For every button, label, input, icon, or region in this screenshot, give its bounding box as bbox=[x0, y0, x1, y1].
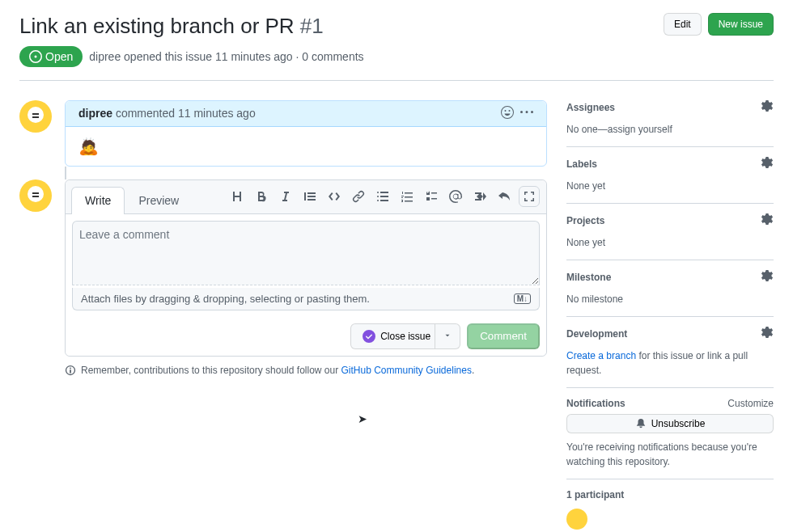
development-title: Development bbox=[566, 328, 627, 340]
comment-time: commented 11 minutes ago bbox=[116, 107, 256, 120]
reply-icon[interactable] bbox=[494, 187, 514, 206]
emoji-reaction-icon[interactable] bbox=[501, 106, 514, 121]
quote-icon[interactable] bbox=[300, 187, 320, 206]
new-issue-button[interactable]: New issue bbox=[708, 13, 774, 36]
issue-open-icon bbox=[29, 50, 42, 63]
link-icon[interactable] bbox=[349, 187, 368, 206]
tab-write[interactable]: Write bbox=[71, 187, 125, 214]
comment-textarea[interactable] bbox=[72, 221, 540, 285]
info-icon bbox=[65, 365, 76, 376]
labels-body: None yet bbox=[566, 179, 774, 193]
assignees-title: Assignees bbox=[566, 102, 615, 113]
unsubscribe-label: Unsubscribe bbox=[651, 418, 706, 429]
projects-body: None yet bbox=[566, 235, 774, 250]
participants-title: 1 participant bbox=[566, 489, 624, 500]
tab-preview[interactable]: Preview bbox=[125, 187, 193, 213]
projects-title: Projects bbox=[566, 215, 604, 226]
status-badge: Open bbox=[19, 46, 83, 67]
issue-meta: dipree opened this issue 11 minutes ago … bbox=[89, 50, 363, 63]
cross-reference-icon[interactable] bbox=[470, 187, 490, 206]
footer-note: Remember, contributions to this reposito… bbox=[65, 365, 547, 376]
italic-icon[interactable] bbox=[276, 187, 295, 206]
close-issue-button[interactable]: Close issue bbox=[350, 323, 442, 349]
fullscreen-icon[interactable] bbox=[519, 186, 540, 207]
customize-link[interactable]: Customize bbox=[727, 398, 774, 409]
create-branch-link[interactable]: Create a branch bbox=[566, 350, 636, 361]
gear-icon[interactable] bbox=[761, 327, 774, 342]
markdown-toolbar bbox=[227, 186, 540, 207]
notifications-title: Notifications bbox=[566, 398, 625, 409]
kebab-icon[interactable] bbox=[520, 106, 533, 121]
title-text: Link an existing branch or PR bbox=[19, 14, 295, 38]
compose-box: Write Preview bbox=[65, 179, 547, 357]
attach-bar[interactable]: Attach files by dragging & dropping, sel… bbox=[72, 288, 540, 310]
gear-icon[interactable] bbox=[761, 213, 774, 229]
bell-slash-icon bbox=[635, 418, 647, 429]
comment-box: dipree commented 11 minutes ago 🙇 bbox=[65, 100, 547, 167]
gear-icon[interactable] bbox=[761, 270, 774, 285]
timeline-connector bbox=[65, 167, 547, 179]
unsubscribe-button[interactable]: Unsubscribe bbox=[566, 414, 774, 433]
edit-button[interactable]: Edit bbox=[664, 13, 702, 36]
close-issue-label: Close issue bbox=[380, 328, 430, 344]
notifications-note: You're receiving notifications because y… bbox=[566, 440, 774, 469]
comment-author[interactable]: dipree bbox=[78, 107, 112, 120]
gear-icon[interactable] bbox=[761, 100, 774, 116]
avatar[interactable] bbox=[19, 179, 52, 212]
meta-author[interactable]: dipree bbox=[89, 50, 121, 63]
task-list-icon[interactable] bbox=[422, 187, 441, 206]
close-issue-caret[interactable] bbox=[435, 323, 460, 349]
assign-yourself-link[interactable]: assign yourself bbox=[608, 124, 672, 135]
footer-pre: Remember, contributions to this reposito… bbox=[81, 365, 341, 376]
comment-button[interactable]: Comment bbox=[467, 323, 540, 349]
gear-icon[interactable] bbox=[761, 157, 774, 172]
labels-title: Labels bbox=[566, 158, 597, 170]
status-text: Open bbox=[45, 50, 73, 63]
mention-icon[interactable] bbox=[446, 187, 465, 206]
attach-text: Attach files by dragging & dropping, sel… bbox=[81, 293, 370, 305]
avatar[interactable] bbox=[19, 100, 52, 133]
footer-post: . bbox=[472, 365, 474, 376]
comment-emoji: 🙇 bbox=[78, 137, 99, 155]
comment-body: 🙇 bbox=[66, 127, 546, 166]
bold-icon[interactable] bbox=[252, 187, 271, 206]
meta-rest: opened this issue 11 minutes ago · 0 com… bbox=[124, 50, 364, 63]
issue-number: #1 bbox=[300, 14, 324, 38]
markdown-icon[interactable]: M↓ bbox=[514, 293, 531, 304]
development-body: Create a branch for this issue or link a… bbox=[566, 348, 774, 378]
unordered-list-icon[interactable] bbox=[373, 187, 392, 206]
participant-avatar[interactable] bbox=[566, 509, 587, 530]
comment-header: dipree commented 11 minutes ago bbox=[66, 101, 546, 127]
milestone-title: Milestone bbox=[566, 272, 611, 283]
assignees-body: No one—assign yourself bbox=[566, 122, 774, 137]
community-guidelines-link[interactable]: GitHub Community Guidelines bbox=[341, 365, 472, 376]
code-icon[interactable] bbox=[324, 187, 344, 206]
heading-icon[interactable] bbox=[227, 187, 247, 206]
issue-title: Link an existing branch or PR #1 bbox=[19, 13, 664, 40]
milestone-body: No milestone bbox=[566, 292, 774, 306]
ordered-list-icon[interactable] bbox=[397, 187, 417, 206]
